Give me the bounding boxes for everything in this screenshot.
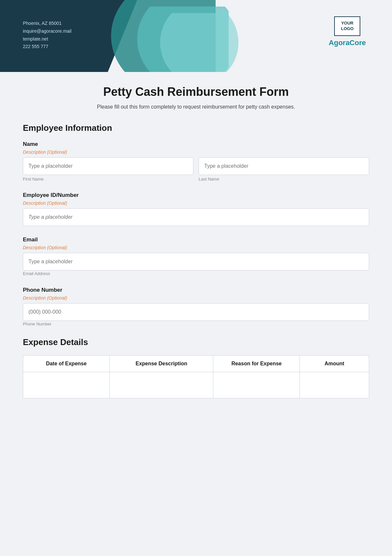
table-cell-date-1 bbox=[23, 372, 110, 398]
name-label: Name bbox=[23, 141, 369, 148]
last-name-input[interactable] bbox=[199, 157, 369, 175]
main-content: Petty Cash Reimbursement Form Please fil… bbox=[0, 72, 392, 418]
employee-id-description: Description (Optional) bbox=[23, 200, 369, 206]
col-header-date: Date of Expense bbox=[23, 356, 110, 372]
form-subtitle: Please fill out this form completely to … bbox=[23, 104, 369, 110]
form-title: Petty Cash Reimbursement Form bbox=[23, 85, 369, 99]
page: Phoenix, AZ 85001 inquire@agoracore.mail… bbox=[0, 0, 392, 556]
contact-info: Phoenix, AZ 85001 inquire@agoracore.mail… bbox=[23, 20, 72, 51]
phone-field-group: Phone Number Description (Optional) Phon… bbox=[23, 287, 369, 327]
phone-label: Phone Number bbox=[23, 287, 369, 293]
phone-description: Description (Optional) bbox=[23, 295, 369, 301]
phone-sublabel: Phone Number bbox=[23, 321, 51, 326]
employee-id-input[interactable] bbox=[23, 208, 369, 226]
email-sublabel: Email Address bbox=[23, 271, 50, 276]
employee-info-title: Employee Information bbox=[23, 123, 369, 133]
contact-phone: 222 555 777 bbox=[23, 43, 72, 51]
name-description: Description (Optional) bbox=[23, 149, 369, 155]
contact-website: template.net bbox=[23, 35, 72, 43]
name-field-group: Name Description (Optional) First Name L… bbox=[23, 141, 369, 182]
logo-box: YOURLOGO bbox=[334, 16, 360, 36]
first-name-sublabel: First Name bbox=[23, 177, 193, 182]
logo-area: YOURLOGO AgoraCore bbox=[329, 16, 366, 47]
phone-input[interactable] bbox=[23, 303, 369, 321]
col-header-amount: Amount bbox=[300, 356, 369, 372]
last-name-col: Last Name bbox=[199, 157, 369, 182]
expense-table: Date of Expense Expense Description Reas… bbox=[23, 355, 369, 398]
expense-details-title: Expense Details bbox=[23, 337, 369, 347]
col-header-description: Expense Description bbox=[109, 356, 213, 372]
employee-id-field-group: Employee ID/Number Description (Optional… bbox=[23, 192, 369, 226]
contact-email: inquire@agoracore.mail bbox=[23, 27, 72, 35]
table-cell-desc-1 bbox=[109, 372, 213, 398]
employee-id-label: Employee ID/Number bbox=[23, 192, 369, 199]
email-description: Description (Optional) bbox=[23, 245, 369, 250]
table-cell-reason-1 bbox=[213, 372, 300, 398]
email-label: Email bbox=[23, 236, 369, 243]
email-input[interactable] bbox=[23, 253, 369, 270]
first-name-input[interactable] bbox=[23, 157, 193, 175]
table-row bbox=[23, 372, 369, 398]
table-cell-amount-1 bbox=[300, 372, 369, 398]
expense-details-section: Expense Details Date of Expense Expense … bbox=[23, 337, 369, 398]
company-name: AgoraCore bbox=[329, 39, 366, 47]
contact-address: Phoenix, AZ 85001 bbox=[23, 20, 72, 27]
shape-light-teal bbox=[160, 13, 238, 72]
header: Phoenix, AZ 85001 inquire@agoracore.mail… bbox=[0, 0, 392, 72]
email-field-group: Email Description (Optional) Email Addre… bbox=[23, 236, 369, 276]
table-header-row: Date of Expense Expense Description Reas… bbox=[23, 356, 369, 372]
last-name-sublabel: Last Name bbox=[199, 177, 369, 182]
col-header-reason: Reason for Expense bbox=[213, 356, 300, 372]
first-name-col: First Name bbox=[23, 157, 193, 182]
name-row: First Name Last Name bbox=[23, 157, 369, 182]
